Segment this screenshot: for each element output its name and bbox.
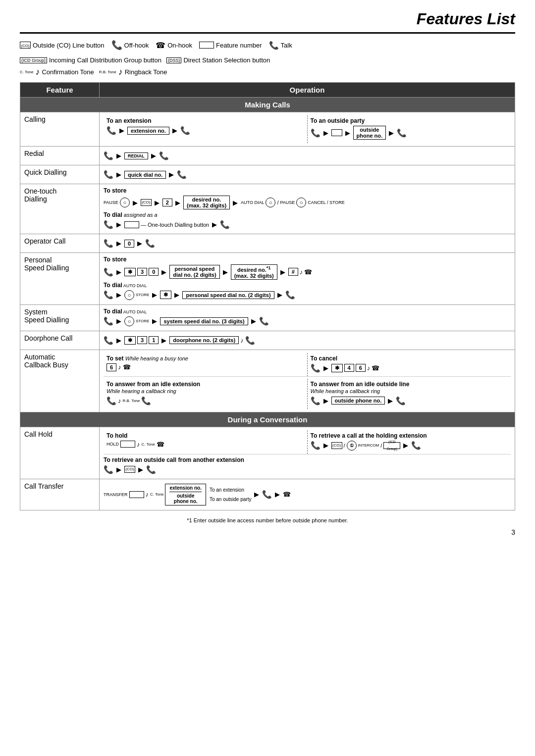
ctone-desc: Confirmation Tone xyxy=(42,68,94,76)
ctone-icon: ♪ xyxy=(35,67,40,77)
legend-row3: C. Tone ♪ Confirmation Tone R.B. Tone ♪ … xyxy=(20,67,515,77)
operation-doorphone-call: 📞 ▶ ✱ 3 1 ▶ doorphone no. (2 digits) ♪ 📞 xyxy=(100,331,515,350)
main-table: Feature Operation Making Calls Calling T… xyxy=(20,82,515,510)
feature-personal-speed-dialling: PersonalSpeed Dialling xyxy=(20,253,100,305)
offhook-icon: 📞 xyxy=(111,40,122,50)
legend-row2: (ICD Group) Incoming Call Distribution G… xyxy=(20,56,515,64)
feature-auto-callback-busy: AutomaticCallback Busy xyxy=(20,350,100,412)
operation-call-transfer: TRANSFER ♪ C. Tone extension no. outside… xyxy=(100,479,515,510)
col-operation-header: Operation xyxy=(100,83,515,98)
operation-onetouch-dialling: To store PAUSE ○ ▶ (CO) ▶ 2 ▶ desired no… xyxy=(100,184,515,234)
table-row: Operator Call 📞 ▶ 0 ▶ 📞 xyxy=(20,234,515,253)
rbtone-icon: ♪ xyxy=(118,67,123,77)
legend-offhook: 📞 Off-hook xyxy=(111,40,149,50)
table-row: PersonalSpeed Dialling To store 📞 ▶ ✱ 3 … xyxy=(20,253,515,305)
rbtone-desc: Ringback Tone xyxy=(125,68,167,76)
icd-desc: Incoming Call Distribution Group button xyxy=(49,56,161,64)
legend-dss: (DSS) Direct Station Selection button xyxy=(166,56,270,64)
section-making-calls: Making Calls xyxy=(20,98,515,112)
talk-desc: Talk xyxy=(281,42,292,49)
featurenum-icon xyxy=(199,42,214,49)
col-feature-header: Feature xyxy=(20,83,100,98)
table-row: One-touchDialling To store PAUSE ○ ▶ (CO… xyxy=(20,184,515,234)
feature-onetouch-dialling: One-touchDialling xyxy=(20,184,100,234)
offhook-desc: Off-hook xyxy=(124,42,149,49)
table-row: Redial 📞 ▶ REDIAL ▶ 📞 xyxy=(20,147,515,165)
operation-personal-speed-dialling: To store 📞 ▶ ✱ 3 0 ▶ personal speeddial … xyxy=(100,253,515,305)
legend-talk: 📞 Talk xyxy=(269,41,292,50)
table-row: AutomaticCallback Busy To set While hear… xyxy=(20,350,515,412)
feature-redial: Redial xyxy=(20,147,100,165)
operation-quick-dialling: 📞 ▶ quick dial no. ▶ 📞 xyxy=(100,165,515,184)
feature-calling: Calling xyxy=(20,112,100,147)
legend-co: (CO) Outside (CO) Line button xyxy=(20,42,105,49)
featurenum-desc: Feature number xyxy=(216,42,262,49)
operation-operator-call: 📞 ▶ 0 ▶ 📞 xyxy=(100,234,515,253)
table-row: Calling To an extension 📞 ▶ extension no… xyxy=(20,112,515,147)
co-icon: (CO) xyxy=(20,42,31,49)
legend-ctone: C. Tone ♪ Confirmation Tone xyxy=(20,67,94,77)
feature-quick-dialling: Quick Dialling xyxy=(20,165,100,184)
operation-system-speed-dialling: To dial AUTO DIAL 📞 ▶ ○ STORE ▶ system s… xyxy=(100,304,515,331)
co-desc: Outside (CO) Line button xyxy=(33,42,105,49)
operation-calling: To an extension 📞 ▶ extension no. ▶ 📞 To… xyxy=(100,112,515,147)
feature-call-hold: Call Hold xyxy=(20,427,100,479)
dss-desc: Direct Station Selection button xyxy=(183,56,270,64)
table-row: Quick Dialling 📞 ▶ quick dial no. ▶ 📞 xyxy=(20,165,515,184)
feature-doorphone-call: Doorphone Call xyxy=(20,331,100,350)
section-during-conversation: During a Conversation xyxy=(20,412,515,427)
feature-operator-call: Operator Call xyxy=(20,234,100,253)
operation-auto-callback-busy: To set While hearing a busy tone 6 ♪ ☎ T… xyxy=(100,350,515,412)
operation-redial: 📞 ▶ REDIAL ▶ 📞 xyxy=(100,147,515,165)
operation-call-hold: To hold HOLD ♪ C. Tone ☎ To retrieve a c… xyxy=(100,427,515,479)
onhook-desc: On-hook xyxy=(167,42,192,49)
legend: (CO) Outside (CO) Line button 📞 Off-hook… xyxy=(20,40,515,50)
legend-rbtone: R.B. Tone ♪ Ringback Tone xyxy=(99,67,167,77)
footnote: *1 Enter outside line access number befo… xyxy=(20,517,515,523)
icd-icon: (ICD Group) xyxy=(20,57,47,63)
onhook-icon: ☎ xyxy=(156,41,165,50)
legend-icd: (ICD Group) Incoming Call Distribution G… xyxy=(20,56,161,64)
feature-call-transfer: Call Transfer xyxy=(20,479,100,510)
talk-icon: 📞 xyxy=(269,41,279,50)
legend-onhook: ☎ On-hook xyxy=(156,41,192,50)
feature-system-speed-dialling: SystemSpeed Dialling xyxy=(20,304,100,331)
legend-featurenum: Feature number xyxy=(199,42,262,49)
dss-icon: (DSS) xyxy=(166,57,182,63)
table-row: Doorphone Call 📞 ▶ ✱ 3 1 ▶ doorphone no.… xyxy=(20,331,515,350)
page-title: Features List xyxy=(20,10,515,34)
page-number: 3 xyxy=(20,528,515,536)
table-row: Call Hold To hold HOLD ♪ C. Tone ☎ xyxy=(20,427,515,479)
table-row: Call Transfer TRANSFER ♪ C. Tone extensi… xyxy=(20,479,515,510)
table-row: SystemSpeed Dialling To dial AUTO DIAL 📞… xyxy=(20,304,515,331)
